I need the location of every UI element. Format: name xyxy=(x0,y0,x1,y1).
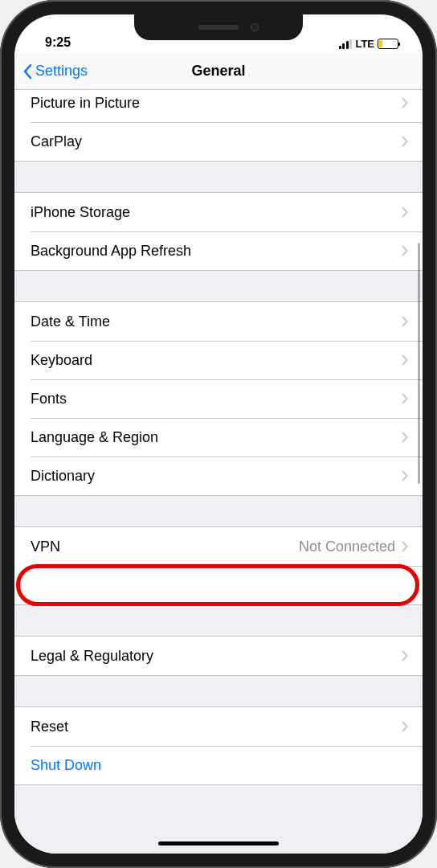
chevron-right-icon xyxy=(402,245,408,256)
settings-group: VPNNot Connected xyxy=(14,526,423,605)
settings-row[interactable]: Fonts xyxy=(14,379,423,418)
group-separator xyxy=(14,162,423,192)
group-separator xyxy=(14,496,423,526)
chevron-right-icon xyxy=(402,354,408,366)
row-label: Date & Time xyxy=(31,313,402,330)
phone-frame: 9:25 LTE Settings General Pi xyxy=(0,0,437,868)
row-label: Keyboard xyxy=(31,352,402,369)
status-right: LTE xyxy=(339,38,398,50)
row-label: Dictionary xyxy=(31,468,402,485)
battery-icon xyxy=(378,39,398,49)
highlight-annotation xyxy=(16,564,419,606)
group-separator xyxy=(14,605,423,636)
screen: 9:25 LTE Settings General Pi xyxy=(14,14,423,854)
network-type: LTE xyxy=(355,38,374,50)
scrollbar[interactable] xyxy=(418,243,420,484)
group-separator xyxy=(14,676,423,706)
settings-group: Date & TimeKeyboardFontsLanguage & Regio… xyxy=(14,301,423,496)
notch xyxy=(134,14,303,40)
home-indicator[interactable] xyxy=(158,841,279,845)
row-label: iPhone Storage xyxy=(31,204,402,221)
chevron-right-icon xyxy=(402,470,408,481)
settings-row[interactable]: Picture in Picture xyxy=(14,90,423,122)
settings-row[interactable]: Legal & Regulatory xyxy=(14,637,423,675)
nav-bar: Settings General xyxy=(14,53,423,90)
settings-row[interactable]: Language & Region xyxy=(14,418,423,457)
settings-row[interactable]: Background App Refresh xyxy=(14,231,423,270)
row-label: CarPlay xyxy=(31,133,402,150)
row-value: Not Connected xyxy=(299,538,395,555)
settings-group: iPhone StorageBackground App Refresh xyxy=(14,192,423,271)
back-button[interactable]: Settings xyxy=(14,63,88,80)
group-separator xyxy=(14,271,423,301)
settings-row[interactable] xyxy=(14,566,423,604)
chevron-right-icon xyxy=(402,316,408,327)
settings-row[interactable]: VPNNot Connected xyxy=(14,527,423,566)
row-label: VPN xyxy=(31,538,299,555)
settings-row[interactable]: Shut Down xyxy=(14,746,423,784)
chevron-right-icon xyxy=(402,650,408,661)
settings-row[interactable]: CarPlay xyxy=(14,122,423,161)
row-label: Legal & Regulatory xyxy=(31,648,402,665)
settings-row[interactable]: Date & Time xyxy=(14,302,423,341)
settings-row[interactable]: Keyboard xyxy=(14,341,423,379)
settings-row[interactable]: Reset xyxy=(14,707,423,746)
settings-group: Picture in PictureCarPlay xyxy=(14,90,423,162)
settings-group: Legal & Regulatory xyxy=(14,636,423,676)
settings-row[interactable]: Dictionary xyxy=(14,457,423,495)
chevron-left-icon xyxy=(22,63,32,80)
chevron-right-icon xyxy=(402,541,408,552)
row-label: Background App Refresh xyxy=(31,243,402,260)
row-label: Shut Down xyxy=(31,757,408,774)
settings-row[interactable]: iPhone Storage xyxy=(14,193,423,231)
page-title: General xyxy=(191,63,245,80)
row-label: Fonts xyxy=(31,391,402,407)
signal-icon xyxy=(339,39,353,49)
chevron-right-icon xyxy=(402,207,408,218)
status-time: 9:25 xyxy=(45,35,71,50)
chevron-right-icon xyxy=(402,393,408,404)
chevron-right-icon xyxy=(402,721,408,732)
chevron-right-icon xyxy=(402,97,408,108)
row-label: Reset xyxy=(31,719,402,735)
chevron-right-icon xyxy=(402,136,408,147)
settings-group: ResetShut Down xyxy=(14,706,423,785)
back-label: Settings xyxy=(35,63,88,80)
chevron-right-icon xyxy=(402,432,408,443)
row-label: Language & Region xyxy=(31,429,402,446)
settings-list[interactable]: Picture in PictureCarPlayiPhone StorageB… xyxy=(14,90,423,854)
row-label: Picture in Picture xyxy=(31,95,402,112)
